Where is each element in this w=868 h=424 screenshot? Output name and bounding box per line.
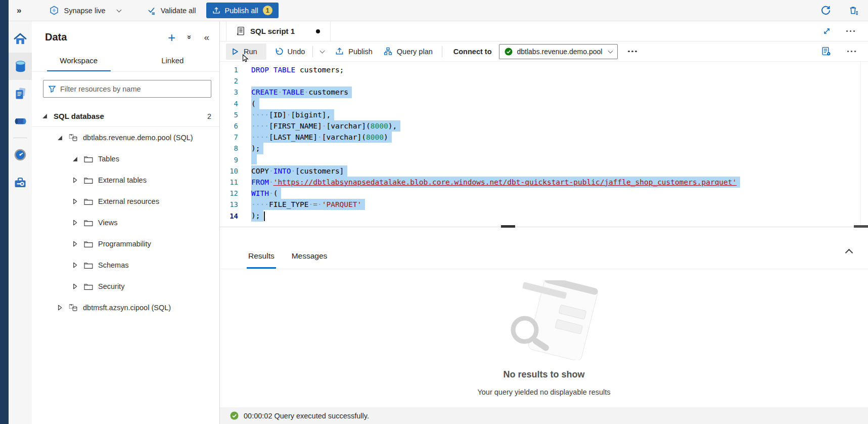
filter-input[interactable] — [60, 85, 206, 93]
tree-item-dbtlabs-revenue-demo-pool-sql[interactable]: dbtlabs.revenue.demo.pool (SQL) — [32, 127, 219, 148]
tree-item-label: Tables — [98, 155, 119, 163]
code-line-14[interactable]: 14); — [220, 210, 868, 221]
tab-results[interactable]: Results — [248, 251, 275, 269]
tree-item-external-resources[interactable]: External resources — [32, 191, 219, 212]
line-text: DROP TABLE customers; — [251, 64, 344, 75]
publish-button[interactable]: Publish — [335, 47, 373, 56]
code-line-10[interactable]: 10COPY·INTO·[customers] — [220, 165, 868, 177]
hub-home[interactable] — [9, 25, 32, 53]
collapsed-triangle-icon[interactable] — [71, 283, 79, 289]
hub-integrate[interactable] — [9, 107, 32, 135]
editor-more-icon[interactable] — [847, 51, 856, 52]
selection-highlight: FROM·'https://dbtlabsynapsedatalake.blob… — [251, 177, 740, 188]
tree-item-security[interactable]: Security — [32, 276, 219, 297]
pool-select-value: dbtlabs.revenue.demo.pool — [517, 48, 603, 56]
collapsed-triangle-icon[interactable] — [71, 262, 79, 268]
tree-item-sql-database[interactable]: SQL database2 — [32, 106, 219, 127]
folder-icon — [84, 177, 93, 184]
line-number: 2 — [220, 77, 251, 85]
hub-manage[interactable] — [9, 168, 32, 196]
tab-linked[interactable]: Linked — [126, 51, 220, 71]
tab-sql-script-1[interactable]: SQL script 1 — [226, 21, 331, 41]
pool-select-dropdown[interactable]: dbtlabs.revenue.demo.pool — [499, 44, 618, 59]
collapsed-triangle-icon[interactable] — [71, 198, 79, 204]
code-line-4[interactable]: 4( — [220, 98, 868, 109]
toolbar-more-icon[interactable] — [628, 51, 636, 52]
develop-icon — [14, 87, 27, 100]
tree-item-schemas[interactable]: Schemas — [32, 255, 219, 276]
selection-highlight: ····FILE_TYPE·=·'PARQUET' — [251, 199, 365, 210]
hub-monitor[interactable] — [9, 141, 32, 168]
tree-item-programmability[interactable]: Programmability — [32, 233, 219, 255]
sql-editor[interactable]: 1DROP TABLE customers;23CREATE·TABLE·cus… — [220, 62, 868, 225]
expanded-triangle-icon[interactable] — [56, 135, 64, 141]
collapsed-triangle-icon[interactable] — [56, 305, 64, 311]
splitter-grip-right[interactable] — [854, 225, 868, 228]
publish-all-button[interactable]: Publish all 1 — [206, 3, 279, 18]
expand-commandbar-icon[interactable]: » — [17, 6, 22, 16]
tree-item-views[interactable]: Views — [32, 212, 219, 233]
mouse-cursor — [242, 54, 249, 64]
mode-selector[interactable]: Synapse live — [49, 6, 120, 16]
line-content — [251, 153, 257, 166]
tree-item-tables[interactable]: Tables — [32, 148, 219, 169]
line-content: ( — [251, 98, 259, 109]
folder-icon — [84, 219, 93, 227]
expanded-triangle-icon[interactable] — [71, 156, 79, 162]
tab-messages[interactable]: Messages — [292, 251, 328, 269]
unsaved-dot — [316, 29, 320, 33]
discard-trash-icon[interactable] — [848, 5, 859, 16]
code-line-2[interactable]: 2 — [220, 75, 868, 87]
run-options-chevron[interactable] — [320, 48, 325, 53]
editor-area: SQL script 1 Run — [220, 21, 868, 424]
collapse-results-chevron[interactable] — [845, 249, 853, 257]
tree-item-external-tables[interactable]: External tables — [32, 169, 219, 191]
code-line-5[interactable]: 5····[ID]·[bigint], — [220, 109, 868, 120]
hub-data[interactable] — [9, 53, 32, 80]
validate-all-button[interactable]: Validate all — [147, 6, 196, 15]
tab-workspace[interactable]: Workspace — [32, 51, 126, 71]
synapse-logo-icon — [49, 6, 59, 16]
collapsed-triangle-icon[interactable] — [71, 241, 79, 247]
collapse-panel-icon[interactable]: « — [204, 32, 209, 43]
tree-item-dbtmsft-azsyn-cipool-sql[interactable]: dbtmsft.azsyn.cipool (SQL) — [32, 297, 219, 318]
line-number: 7 — [220, 133, 251, 141]
tree-item-label: Schemas — [98, 261, 128, 269]
code-line-7[interactable]: 7····[LAST_NAME]·[varchar](8000) — [220, 132, 868, 143]
undo-button[interactable]: Undo — [275, 47, 305, 56]
line-number: 9 — [220, 156, 251, 164]
code-line-6[interactable]: 6····[FIRST_NAME]·[varchar](8000), — [220, 120, 868, 132]
properties-icon[interactable] — [821, 47, 831, 56]
code-line-1[interactable]: 1DROP TABLE customers; — [220, 64, 868, 75]
tree-item-label: External resources — [98, 197, 159, 205]
add-resource-button[interactable]: + — [168, 32, 175, 43]
code-line-3[interactable]: 3CREATE·TABLE·customers — [220, 87, 868, 98]
collapse-all-icon[interactable]: » — [186, 35, 194, 39]
refresh-icon[interactable] — [820, 5, 831, 16]
results-splitter[interactable] — [220, 225, 868, 230]
code-line-13[interactable]: 13····FILE_TYPE·=·'PARQUET' — [220, 199, 868, 210]
expand-editor-icon[interactable] — [823, 27, 831, 35]
code-line-11[interactable]: 11FROM·'https://dbtlabsynapsedatalake.bl… — [220, 177, 868, 188]
synapse-studio-app: » Synapse live Validate all Publish all — [0, 0, 868, 424]
explorer-tabs: Workspace Linked — [32, 51, 219, 72]
text-caret — [264, 211, 265, 221]
hub-develop[interactable] — [9, 80, 32, 107]
document-tab-bar: SQL script 1 — [220, 21, 868, 41]
folder-icon — [84, 283, 93, 290]
code-line-9[interactable]: 9 — [220, 154, 868, 165]
more-actions-icon[interactable] — [846, 30, 855, 32]
expanded-triangle-icon[interactable] — [41, 113, 49, 119]
code-line-12[interactable]: 12WITH·( — [220, 188, 868, 199]
collapsed-triangle-icon[interactable] — [71, 177, 79, 183]
results-tab-bar: Results Messages — [220, 230, 868, 269]
filter-box[interactable] — [43, 80, 211, 98]
line-content: CREATE·TABLE·customers — [251, 87, 352, 98]
activity-bar — [9, 21, 32, 424]
collapsed-triangle-icon[interactable] — [71, 220, 79, 226]
code-line-8[interactable]: 8); — [220, 143, 868, 154]
publish-count-badge: 1 — [263, 6, 272, 15]
query-plan-button[interactable]: Query plan — [384, 47, 433, 56]
chevron-down-icon — [116, 7, 121, 12]
splitter-grip[interactable] — [501, 225, 515, 228]
